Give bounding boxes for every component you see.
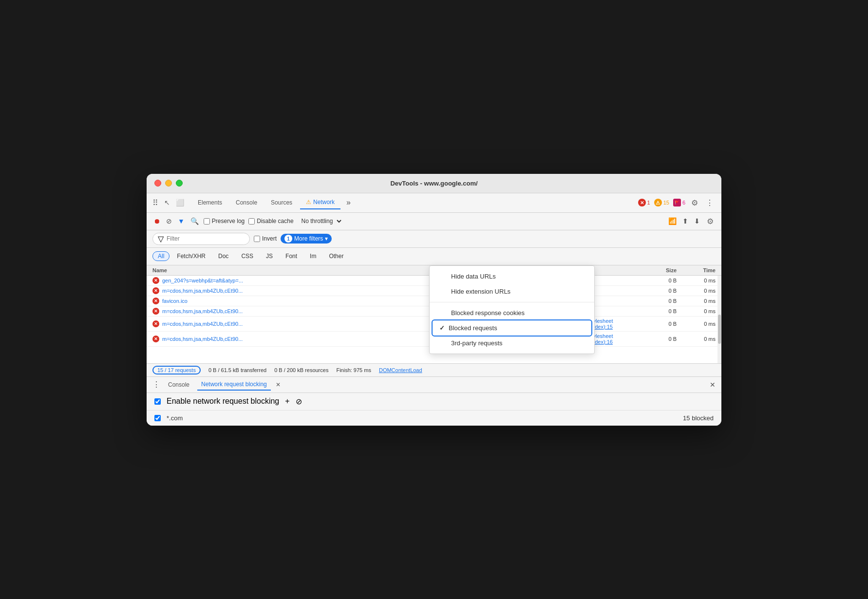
filter-doc-button[interactable]: Doc bbox=[213, 251, 234, 261]
row-size: 0 B bbox=[638, 288, 677, 294]
scrollbar[interactable] bbox=[717, 276, 721, 363]
filter-input[interactable] bbox=[167, 235, 235, 242]
window-title: DevTools - www.google.com/ bbox=[390, 180, 477, 187]
toolbar-right: 📶 ⬆ ⬇ ⚙ bbox=[667, 215, 716, 228]
row-time: 0 ms bbox=[677, 298, 716, 304]
disable-cache-checkbox[interactable] bbox=[248, 218, 255, 225]
status-bar: 15 / 17 requests 0 B / 61.5 kB transferr… bbox=[147, 363, 721, 376]
row-size: 0 B bbox=[638, 308, 677, 314]
error-icon: ✕ bbox=[152, 287, 159, 294]
error-icon: ✕ bbox=[152, 336, 159, 342]
tab-elements[interactable]: Elements bbox=[192, 196, 228, 209]
filter-font-button[interactable]: Font bbox=[280, 251, 302, 261]
device-toolbar-icon[interactable]: ⬜ bbox=[176, 199, 184, 206]
issues-badge: 🚩 6 bbox=[673, 199, 685, 206]
download-icon[interactable]: ⬇ bbox=[693, 216, 701, 226]
row-initiator: stylesheet (index):15 bbox=[589, 318, 638, 330]
warning-icon: ⚠ bbox=[654, 199, 662, 206]
row-time: 0 ms bbox=[677, 308, 716, 314]
bottom-tabs: ⋮ Console Network request blocking ✕ ✕ bbox=[147, 377, 721, 393]
traffic-lights bbox=[154, 180, 183, 187]
row-time: 0 ms bbox=[677, 321, 716, 327]
scrollbar-thumb bbox=[718, 315, 721, 344]
close-tab-button[interactable]: ✕ bbox=[275, 380, 282, 389]
blocked-response-cookies-item[interactable]: Blocked response cookies bbox=[430, 305, 594, 320]
warning-badge: ⚠ 15 bbox=[654, 199, 669, 206]
row-size: 0 B bbox=[638, 336, 677, 342]
clear-button[interactable]: ⊘ bbox=[165, 216, 173, 226]
preserve-log-label[interactable]: Preserve log bbox=[204, 218, 245, 225]
request-name: favicon.ico bbox=[162, 298, 188, 304]
disable-cache-label[interactable]: Disable cache bbox=[248, 218, 293, 225]
close-all-tabs-button[interactable]: ✕ bbox=[710, 381, 716, 389]
clear-patterns-button[interactable]: ⊘ bbox=[296, 397, 302, 406]
throttling-select[interactable]: No throttling bbox=[298, 216, 343, 226]
titlebar: DevTools - www.google.com/ bbox=[147, 174, 721, 193]
type-filters: All Fetch/XHR Doc CSS JS Font Im Other H… bbox=[147, 248, 721, 265]
enable-blocking-checkbox[interactable] bbox=[154, 398, 161, 405]
filter-js-button[interactable]: JS bbox=[261, 251, 278, 261]
row-time: 0 ms bbox=[677, 288, 716, 294]
filter-fetch-xhr-button[interactable]: Fetch/XHR bbox=[171, 251, 211, 261]
row-initiator: stylesheet (index):16 bbox=[589, 333, 638, 345]
tab-network-blocking[interactable]: Network request blocking bbox=[197, 379, 271, 391]
tab-console[interactable]: Console bbox=[230, 196, 263, 209]
dropdown-separator bbox=[430, 302, 594, 302]
stop-recording-button[interactable]: ⏺ bbox=[152, 216, 161, 226]
settings-icon[interactable]: ⚙ bbox=[689, 196, 700, 209]
request-name: gen_204?s=webhp&t=aft&atyp=... bbox=[162, 278, 243, 283]
bottom-panel-menu-icon[interactable]: ⋮ bbox=[152, 380, 160, 389]
filter-all-button[interactable]: All bbox=[152, 251, 170, 261]
error-icon: ✕ bbox=[152, 298, 159, 304]
minimize-button[interactable] bbox=[165, 180, 172, 187]
blocked-count: 15 blocked bbox=[683, 414, 714, 422]
search-button[interactable]: 🔍 bbox=[189, 216, 200, 226]
cursor-tool-icon[interactable]: ↖ bbox=[164, 199, 170, 206]
maximize-button[interactable] bbox=[176, 180, 183, 187]
issues-icon: 🚩 bbox=[673, 199, 681, 206]
filter-css-button[interactable]: CSS bbox=[236, 251, 259, 261]
upload-icon[interactable]: ⬆ bbox=[681, 216, 689, 226]
row-time: 0 ms bbox=[677, 336, 716, 342]
tab-badges: ✕ 1 ⚠ 15 🚩 6 ⚙ ⋮ bbox=[638, 196, 716, 209]
third-party-requests-item[interactable]: 3rd-party requests bbox=[430, 336, 594, 351]
filter-other-button[interactable]: Other bbox=[323, 251, 349, 261]
filter-bar: ▽ Invert 1 More filters ▾ bbox=[147, 230, 721, 248]
request-name: m=cdos,hsm,jsa,mb4ZUb,cEt90... bbox=[162, 288, 243, 294]
more-options-icon[interactable]: ⋮ bbox=[704, 196, 716, 209]
blocked-requests-item[interactable]: ✓ Blocked requests bbox=[433, 320, 591, 336]
blocked-requests-check: ✓ bbox=[439, 324, 445, 332]
error-icon: ✕ bbox=[152, 320, 159, 327]
tab-sources[interactable]: Sources bbox=[265, 196, 298, 209]
network-toolbar: ⏺ ⊘ ▼ 🔍 Preserve log Disable cache No th… bbox=[147, 213, 721, 230]
filter-img-button[interactable]: Im bbox=[304, 251, 321, 261]
pattern-checkbox[interactable] bbox=[154, 415, 161, 421]
wifi-icon[interactable]: 📶 bbox=[667, 216, 678, 226]
network-warning-icon: ⚠ bbox=[306, 199, 311, 206]
hide-extension-urls-item[interactable]: Hide extension URLs bbox=[430, 284, 594, 299]
close-button[interactable] bbox=[154, 180, 161, 187]
add-pattern-button[interactable]: + bbox=[285, 397, 289, 406]
finish-stat: Finish: 975 ms bbox=[336, 367, 371, 373]
blocking-pattern: *.com bbox=[167, 414, 677, 422]
error-icon: ✕ bbox=[152, 308, 159, 315]
enable-blocking-label: Enable network request blocking bbox=[167, 397, 279, 406]
invert-checkbox[interactable] bbox=[254, 236, 260, 242]
filter-funnel-icon: ▽ bbox=[158, 234, 164, 243]
preserve-log-checkbox[interactable] bbox=[204, 218, 210, 225]
more-filters-button[interactable]: 1 More filters ▾ bbox=[281, 234, 332, 243]
tab-network[interactable]: ⚠ Network bbox=[300, 196, 340, 209]
hide-data-urls-item[interactable]: Hide data URLs bbox=[430, 269, 594, 284]
tab-console-bottom[interactable]: Console bbox=[164, 379, 193, 390]
network-settings-icon[interactable]: ⚙ bbox=[705, 215, 716, 228]
invert-label[interactable]: Invert bbox=[254, 235, 277, 242]
requests-count: 15 / 17 requests bbox=[152, 366, 201, 374]
resources-stat: 0 B / 200 kB resources bbox=[274, 367, 328, 373]
more-filters-count: 1 bbox=[284, 235, 292, 243]
tab-more-button[interactable]: » bbox=[342, 196, 355, 209]
transferred-stat: 0 B / 61.5 kB transferred bbox=[208, 367, 266, 373]
filter-icon[interactable]: ▼ bbox=[177, 216, 186, 226]
chevron-down-icon: ▾ bbox=[325, 235, 328, 242]
blocking-toolbar: Enable network request blocking + ⊘ bbox=[147, 393, 721, 411]
row-time: 0 ms bbox=[677, 278, 716, 283]
